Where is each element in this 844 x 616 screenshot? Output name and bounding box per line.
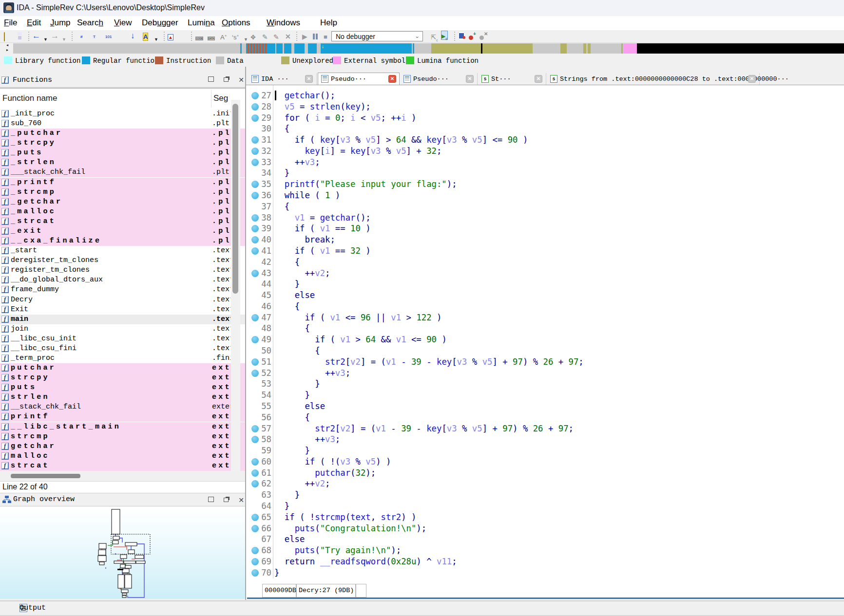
code-line[interactable]: } <box>274 489 300 501</box>
code-line[interactable]: ++v2; <box>274 478 330 489</box>
navband-segment-olive[interactable] <box>482 43 533 54</box>
function-row[interactable]: f_malloc.plt <box>0 207 245 217</box>
line-number[interactable]: 30 <box>246 123 271 134</box>
code-line[interactable]: ++v3; <box>274 434 340 445</box>
navband-segment-blue[interactable] <box>308 43 317 54</box>
code-line[interactable]: break; <box>274 234 335 245</box>
navband-segment-olive[interactable] <box>621 43 623 54</box>
line-number[interactable]: 49 <box>246 334 271 345</box>
tab-pseudo[interactable]: Pseudo···✕ <box>318 73 400 86</box>
ascii-dropdown-icon[interactable]: ▼ <box>154 31 158 39</box>
code-line[interactable]: if ( v1 == 32 ) <box>274 245 371 257</box>
maximize-icon[interactable] <box>207 497 215 504</box>
navband-segment-olive[interactable] <box>583 43 586 54</box>
functions-horizontal-scrollbar[interactable] <box>0 471 245 481</box>
line-number[interactable]: 57 <box>246 423 271 434</box>
line-number[interactable]: 29 <box>246 112 271 124</box>
function-row[interactable]: f__libc_csu_init.text <box>0 334 245 344</box>
edit-function-icon[interactable]: ✎ <box>273 31 279 39</box>
code-line[interactable]: { <box>274 345 320 356</box>
debugger-stop-icon[interactable]: ■ <box>324 31 327 39</box>
scrollbar-thumb[interactable] <box>232 104 238 294</box>
tab-ida[interactable]: IDA ···✕ <box>249 73 317 85</box>
line-number[interactable]: 64 <box>246 501 271 512</box>
code-line[interactable]: } <box>274 168 289 179</box>
code-line[interactable]: v1 = getchar(); <box>274 212 371 224</box>
line-number[interactable]: 52 <box>246 368 271 379</box>
function-row[interactable]: f__libc_csu_fini.text <box>0 344 245 354</box>
navband-segment-stripes[interactable] <box>246 43 268 54</box>
function-row[interactable]: fstrlenextern <box>0 392 245 402</box>
code-line[interactable]: getchar(); <box>274 90 335 101</box>
back-icon[interactable]: ← <box>32 31 40 41</box>
code-line[interactable]: { <box>274 301 300 312</box>
function-row[interactable]: fgetcharextern <box>0 442 245 451</box>
tab-st[interactable]: sSt···✕ <box>479 73 546 85</box>
float-icon[interactable] <box>222 76 230 83</box>
close-tab-icon[interactable]: ✕ <box>388 75 396 83</box>
code-line[interactable]: { <box>274 412 310 423</box>
code-line[interactable]: } <box>274 501 289 512</box>
forward-dropdown-icon[interactable]: ▼ <box>62 31 66 39</box>
code-line[interactable]: if ( v1 > 64 && v1 <= 90 ) <box>274 334 447 345</box>
navband-segment-pink[interactable] <box>624 43 637 54</box>
navband-segment-olive[interactable] <box>560 43 567 54</box>
column-function-name[interactable]: Function name <box>2 93 57 103</box>
function-row[interactable]: fjoin.text <box>0 324 245 334</box>
code-line[interactable]: ++v3; <box>274 368 350 379</box>
line-number[interactable]: 33 <box>246 157 271 168</box>
continue-process-icon[interactable]: ▶c <box>441 31 448 41</box>
function-row[interactable]: f_term_proc.fini <box>0 354 245 363</box>
function-row[interactable]: f_strcpy.plt <box>0 138 245 148</box>
function-row[interactable]: f_printf.plt <box>0 178 245 187</box>
line-number[interactable]: 51 <box>246 356 271 368</box>
attach-process-icon[interactable]: ⇱c <box>431 31 438 40</box>
code-line[interactable]: if ( key[v3 % v5] > 64 && key[v3 % v5] <… <box>274 134 528 146</box>
function-row[interactable]: fsub_760.plt <box>0 119 245 129</box>
code-line[interactable]: str2[v2] = (v1 - 39 - key[v3 % v5] + 97)… <box>274 356 584 368</box>
code-line[interactable]: } <box>274 567 279 579</box>
ascii-icon[interactable]: A <box>143 31 148 40</box>
column-seg[interactable]: Seg <box>213 93 228 103</box>
tab-pseudo[interactable]: Pseudo···✕ <box>401 73 478 85</box>
menu-edit[interactable]: Edit <box>27 18 41 28</box>
line-number[interactable]: 39 <box>246 223 271 234</box>
line-number[interactable]: 48 <box>246 323 271 334</box>
code-line[interactable]: } <box>274 279 300 290</box>
menu-windows[interactable]: Windows <box>267 18 300 28</box>
debugger-run-icon[interactable]: ▶ <box>302 31 307 39</box>
navband-segment-blue[interactable] <box>240 43 242 54</box>
line-number[interactable]: 58 <box>246 434 271 445</box>
close-tab-icon[interactable]: ✕ <box>466 75 474 83</box>
line-number[interactable]: 63 <box>246 489 271 501</box>
menu-file[interactable]: File <box>4 18 17 28</box>
code-line[interactable]: if ( !(v3 % v5) ) <box>274 456 391 467</box>
code-line[interactable]: { <box>274 323 310 334</box>
function-row[interactable]: f_strlen.plt <box>0 158 245 168</box>
code-line[interactable]: ++v3; <box>274 157 320 168</box>
code-line[interactable]: { <box>274 123 289 134</box>
line-number[interactable]: 50 <box>246 345 271 356</box>
menu-search[interactable]: Search <box>77 18 103 28</box>
function-row[interactable]: fstrcatextern <box>0 461 245 471</box>
menu-lumina[interactable]: Lumina <box>188 18 215 28</box>
delete-breakpoint-icon[interactable]: ✕ <box>480 31 488 40</box>
line-number[interactable]: 53 <box>246 378 271 390</box>
make-string-icon[interactable]: ‘s+ <box>232 31 239 39</box>
line-number[interactable]: 34 <box>246 168 271 179</box>
navband-segment-olive[interactable] <box>431 43 481 54</box>
code-line[interactable]: else <box>274 401 325 412</box>
function-row[interactable]: f__do_global_dtors_aux.text <box>0 275 245 285</box>
functions-table-header[interactable]: Function name Seg <box>0 89 245 109</box>
line-number[interactable]: 60 <box>246 456 271 467</box>
function-row[interactable]: f___stack_chk_fail.plt <box>0 168 245 177</box>
function-row[interactable]: fderegister_tm_clones.text <box>0 256 245 265</box>
code-line[interactable]: for ( i = 0; i < v5; ++i ) <box>274 112 416 124</box>
line-number[interactable]: 56 <box>246 412 271 423</box>
function-row[interactable]: fmallocextern <box>0 451 245 461</box>
functions-list[interactable]: f_init_proc.initfsub_760.pltf_putchar.pl… <box>0 109 245 471</box>
delete-icon[interactable]: ✕ <box>285 31 291 39</box>
navband-segment-blue[interactable] <box>413 43 414 54</box>
close-tab-icon[interactable]: ✕ <box>535 75 542 83</box>
line-number[interactable]: 65 <box>246 512 271 523</box>
